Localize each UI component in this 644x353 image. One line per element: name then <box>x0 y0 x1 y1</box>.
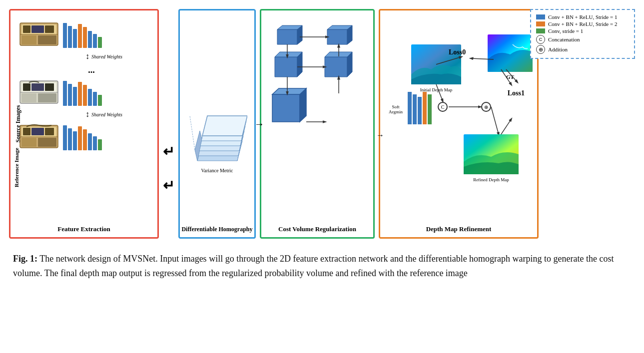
legend-item-3: Conv, stride = 1 <box>536 28 629 34</box>
bar-blue-1 <box>63 23 67 48</box>
image-row-1 <box>19 20 149 48</box>
svg-marker-41 <box>272 88 306 94</box>
cost-volume-label: Cost Volume Regularization <box>278 225 356 233</box>
homography-box: Variance Metric → Differentiable Homogra… <box>178 9 256 239</box>
refined-depth-label: Refined Depth Map <box>464 177 519 182</box>
source-images-label: Source Images <box>14 105 22 143</box>
svg-rect-5 <box>31 25 44 33</box>
svg-rect-11 <box>38 93 56 102</box>
loss1-label: Loss1 <box>508 89 525 97</box>
legend-text-4: Concatenation <box>548 36 580 42</box>
legend-item-5: ⊕ Addition <box>536 45 629 54</box>
image-row-3 <box>19 123 149 150</box>
device-image-1 <box>19 20 59 48</box>
legend-add-symbol: ⊕ <box>536 45 545 54</box>
legend-item-4: C Concatenation <box>536 35 629 44</box>
svg-rect-14 <box>45 83 54 91</box>
svg-line-61 <box>491 107 499 134</box>
refined-depth-svg <box>464 134 519 174</box>
legend-text-3: Conv, stride = 1 <box>548 28 583 34</box>
svg-rect-13 <box>31 83 44 91</box>
homography-planes-container: Variance Metric <box>187 91 247 173</box>
bar-green-1 <box>98 37 102 48</box>
legend-color-orange <box>536 21 545 26</box>
svg-rect-20 <box>23 128 30 135</box>
svg-rect-4 <box>23 25 30 33</box>
unet-architecture <box>267 19 367 209</box>
refined-depth-map-container: Refined Depth Map <box>464 134 519 182</box>
bar-green-2 <box>98 95 102 106</box>
shared-weights-2: ↕ Shared Weights <box>59 110 149 119</box>
arrow-down-icon-2: ↕ <box>85 110 89 119</box>
reference-image-label: Reference Image <box>13 148 19 187</box>
svg-line-31 <box>190 116 195 150</box>
svg-line-58 <box>436 57 461 64</box>
bar-orange-1 <box>78 24 82 48</box>
bar-blue-10 <box>93 92 97 106</box>
bar-blue-6 <box>63 81 67 106</box>
feature-extraction-label: Feature Extraction <box>57 225 110 233</box>
legend-text-2: Conv + BN + ReLU, Stride = 2 <box>548 21 617 27</box>
bar-blue-9 <box>88 89 92 106</box>
feature-rows-container: ↕ Shared Weights ... <box>19 20 149 150</box>
svg-marker-36 <box>275 57 297 77</box>
svg-rect-21 <box>31 128 44 135</box>
legend-item-1: Conv + BN + ReLU, Stride = 1 <box>536 14 629 20</box>
feature-bars-3 <box>63 123 102 150</box>
bar-blue-11 <box>63 125 67 150</box>
legend-box: Conv + BN + ReLU, Stride = 1 Conv + BN +… <box>530 9 635 59</box>
svg-marker-38 <box>275 52 302 57</box>
dots: ... <box>34 65 149 75</box>
corner-arrow-1: ↵ <box>163 145 174 159</box>
svg-rect-10 <box>21 93 36 102</box>
feature-extraction-box: Source Images <box>9 9 159 239</box>
svg-line-62 <box>436 84 443 101</box>
shared-weights-label-2: Shared Weights <box>91 112 122 117</box>
feature-bars-2 <box>63 78 102 106</box>
corner-arrows: ↵ ↵ <box>163 145 174 193</box>
shared-weights-label-1: Shared Weights <box>91 54 122 59</box>
svg-rect-18 <box>21 138 36 147</box>
depth-refinement-box: Soft Argmin C ⊕ <box>379 9 539 239</box>
arrow-fe-to-hom: ↵ ↵ <box>163 99 174 239</box>
legend-item-2: Conv + BN + ReLU, Stride = 2 <box>536 21 629 27</box>
caption-text: The network design of MVSNet. Input imag… <box>13 254 614 278</box>
bar-blue-13 <box>73 131 77 150</box>
svg-line-59 <box>471 58 494 59</box>
svg-rect-6 <box>45 25 54 33</box>
cost-volume-box: → Cost Volume Regularization <box>260 9 375 239</box>
bar-blue-5 <box>93 34 97 48</box>
device-image-2 <box>19 78 59 106</box>
diagram-area: Conv + BN + ReLU, Stride = 1 Conv + BN +… <box>5 5 639 243</box>
svg-rect-3 <box>38 35 56 44</box>
unet-svg <box>267 19 367 199</box>
bar-blue-3 <box>73 29 77 48</box>
svg-rect-19 <box>38 138 56 147</box>
arrow-hom-to-cv: → <box>254 118 264 130</box>
caption: Fig. 1: The network design of MVSNet. In… <box>5 248 635 285</box>
svg-marker-45 <box>327 29 347 44</box>
bar-orange-5 <box>78 126 82 150</box>
svg-marker-42 <box>325 57 347 77</box>
bar-blue-15 <box>93 136 97 150</box>
svg-rect-12 <box>23 83 30 91</box>
legend-concat-symbol: C <box>536 35 545 44</box>
depth-refinement-label: Depth Map Refinement <box>426 225 492 233</box>
homography-label: Differentiable Homography <box>181 226 252 233</box>
svg-marker-30 <box>202 116 247 136</box>
arrow-down-icon-1: ↕ <box>85 52 89 61</box>
image-row-2 <box>19 78 149 106</box>
fig-label: Fig. 1: <box>13 254 37 264</box>
homography-planes-svg <box>187 91 247 171</box>
device-image-3 <box>19 123 59 150</box>
bar-orange-3 <box>78 82 82 106</box>
arrow-cv-to-dr: → <box>376 131 384 140</box>
bar-orange-6 <box>83 129 87 150</box>
feature-bars-1 <box>63 20 102 48</box>
depth-refinement-inner: Soft Argmin C ⊕ <box>384 19 534 209</box>
svg-marker-39 <box>272 94 300 122</box>
svg-marker-33 <box>277 29 297 44</box>
bar-green-3 <box>98 139 102 150</box>
legend-text-1: Conv + BN + ReLU, Stride = 1 <box>548 14 617 20</box>
bar-blue-2 <box>68 26 72 48</box>
